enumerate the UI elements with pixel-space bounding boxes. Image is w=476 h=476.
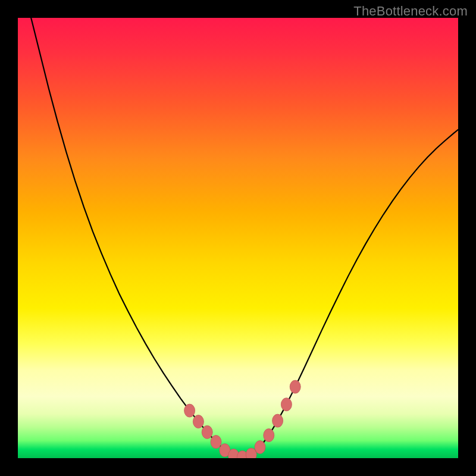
data-marker — [184, 404, 195, 417]
data-marker — [264, 429, 274, 442]
data-marker — [255, 441, 265, 454]
bottleneck-curve — [31, 18, 458, 458]
data-marker — [290, 380, 300, 393]
chart-container: TheBottleneck.com — [0, 0, 476, 476]
chart-svg — [18, 18, 458, 458]
data-marker — [193, 415, 203, 428]
data-marker — [273, 414, 283, 427]
plot-area — [18, 18, 458, 458]
data-marker — [281, 398, 292, 411]
data-markers — [184, 380, 301, 458]
data-marker — [211, 436, 221, 449]
watermark-text: TheBottleneck.com — [353, 4, 468, 19]
data-marker — [202, 425, 212, 439]
